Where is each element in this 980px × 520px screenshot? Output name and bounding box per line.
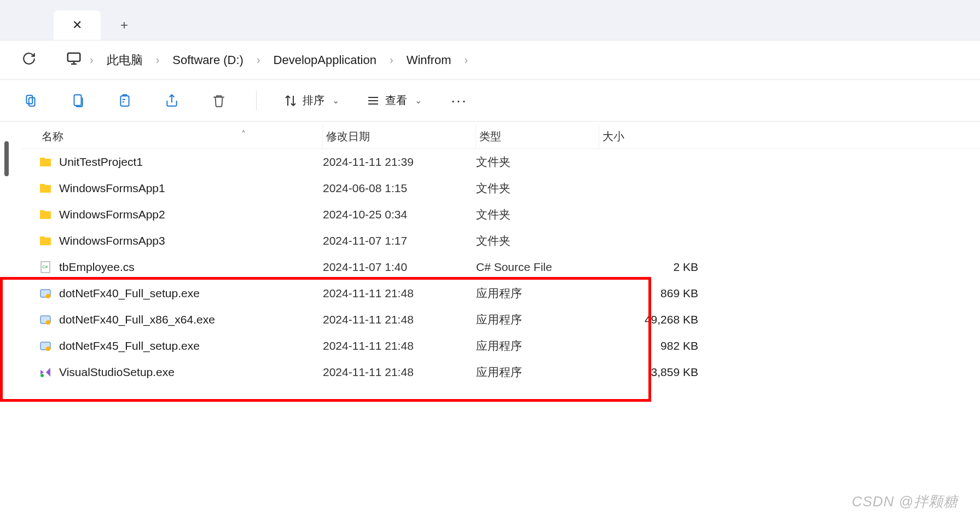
content-area: 名称 ˄ 修改日期 类型 大小 UnitTestProject12024-11-…	[0, 122, 980, 520]
file-type: C# Source File	[476, 261, 599, 274]
column-date[interactable]: 修改日期	[323, 125, 476, 148]
close-tab-icon[interactable]: ✕	[72, 18, 82, 32]
column-size[interactable]: 大小	[599, 125, 706, 148]
svg-rect-1	[26, 95, 32, 103]
cs-icon: C#	[38, 260, 53, 274]
svg-rect-0	[68, 53, 80, 61]
column-type[interactable]: 类型	[476, 125, 599, 148]
view-label: 查看	[385, 93, 407, 108]
plus-icon: +	[120, 18, 128, 33]
file-date: 2024-11-11 21:39	[323, 155, 476, 169]
refresh-button[interactable]	[22, 51, 36, 68]
crumb-this-pc[interactable]: 此电脑	[101, 49, 148, 72]
folder-icon	[38, 181, 53, 195]
svg-rect-3	[74, 95, 82, 106]
this-pc-icon[interactable]	[66, 50, 82, 70]
breadcrumb: › 此电脑 › Software (D:) › DevelopApplicati…	[66, 49, 468, 72]
file-date: 2024-06-08 1:15	[323, 182, 476, 195]
file-type: 文件夹	[476, 233, 599, 249]
sort-indicator-icon: ˄	[241, 129, 246, 140]
folder-icon	[38, 207, 53, 222]
sort-button[interactable]: 排序 ⌄	[284, 93, 339, 108]
file-name: UnitTestProject1	[59, 155, 143, 169]
file-type: 文件夹	[476, 207, 599, 222]
file-row[interactable]: WindowsFormsApp22024-10-25 0:34文件夹	[22, 201, 980, 228]
chevron-right-icon: ›	[465, 54, 468, 66]
file-row[interactable]: C#tbEmployee.cs2024-11-07 1:40C# Source …	[22, 254, 980, 280]
view-button[interactable]: 查看 ⌄	[367, 93, 422, 108]
file-name: WindowsFormsApp3	[59, 234, 165, 247]
paste-button[interactable]	[115, 91, 135, 111]
chevron-right-icon: ›	[257, 54, 260, 66]
sort-label: 排序	[303, 93, 324, 108]
delete-button[interactable]	[209, 91, 229, 111]
file-name: WindowsFormsApp1	[59, 182, 165, 195]
svg-text:C#: C#	[42, 264, 48, 269]
toolbar-separator	[256, 91, 257, 111]
scroll-thumb[interactable]	[4, 141, 9, 176]
tab-bar: ✕ +	[0, 0, 980, 41]
svg-rect-2	[29, 97, 35, 106]
share-button[interactable]	[162, 91, 182, 111]
file-date: 2024-10-25 0:34	[323, 208, 476, 221]
file-row[interactable]: WindowsFormsApp12024-06-08 1:15文件夹	[22, 175, 980, 201]
copy-button[interactable]	[68, 91, 88, 111]
file-type: 文件夹	[476, 154, 599, 170]
more-button[interactable]: ···	[449, 91, 469, 111]
new-tab-button[interactable]: +	[101, 10, 148, 40]
watermark: CSDN @拌颗糖	[852, 492, 958, 511]
chevron-down-icon: ⌄	[415, 95, 422, 106]
crumb-folder-2[interactable]: Winfrom	[401, 50, 457, 71]
crumb-folder-1[interactable]: DevelopApplication	[268, 50, 382, 71]
annotation-highlight	[0, 277, 651, 402]
chevron-down-icon: ⌄	[332, 95, 339, 106]
toolbar: 排序 ⌄ 查看 ⌄ ···	[0, 80, 980, 122]
chevron-right-icon: ›	[390, 54, 393, 66]
address-bar: › 此电脑 › Software (D:) › DevelopApplicati…	[0, 41, 980, 80]
folder-icon	[38, 155, 53, 169]
file-row[interactable]: UnitTestProject12024-11-11 21:39文件夹	[22, 149, 980, 175]
column-headers: 名称 ˄ 修改日期 类型 大小	[22, 125, 980, 149]
file-date: 2024-11-07 1:40	[323, 261, 476, 274]
chevron-right-icon: ›	[90, 54, 94, 66]
crumb-drive[interactable]: Software (D:)	[167, 50, 249, 71]
column-name[interactable]: 名称 ˄	[38, 125, 323, 148]
file-row[interactable]: WindowsFormsApp32024-11-07 1:17文件夹	[22, 228, 980, 254]
folder-icon	[38, 234, 53, 248]
chevron-right-icon: ›	[156, 54, 160, 66]
file-size: 2 KB	[599, 261, 706, 274]
file-type: 文件夹	[476, 181, 599, 196]
svg-rect-4	[120, 96, 129, 106]
file-name: WindowsFormsApp2	[59, 208, 165, 221]
file-name: tbEmployee.cs	[59, 261, 135, 274]
file-date: 2024-11-07 1:17	[323, 234, 476, 247]
cut-button[interactable]	[21, 91, 40, 111]
tab-current[interactable]: ✕	[54, 10, 101, 40]
